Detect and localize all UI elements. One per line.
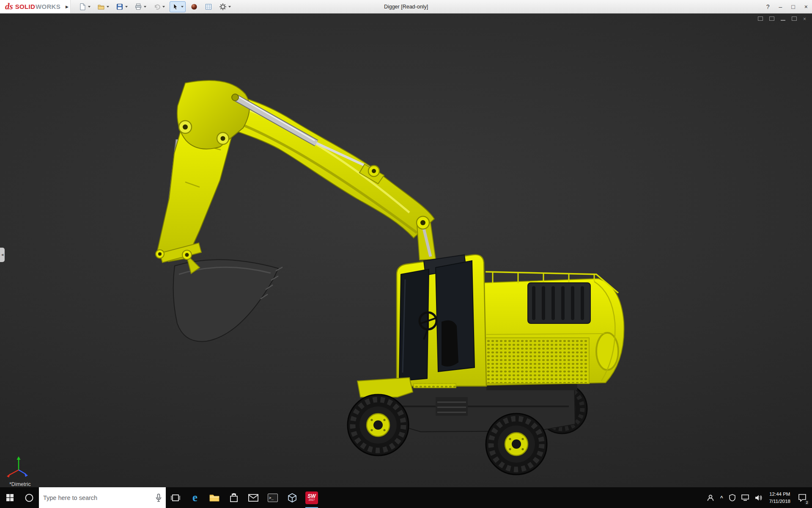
speaker-icon <box>755 494 763 501</box>
sheet-grid-icon <box>205 3 212 11</box>
dropdown-caret[interactable] <box>144 6 146 8</box>
new-document-button[interactable] <box>77 1 93 12</box>
gear-icon <box>219 3 227 11</box>
store-button[interactable] <box>224 487 244 508</box>
start-button[interactable] <box>0 487 19 508</box>
people-icon <box>707 494 714 502</box>
cortana-button[interactable] <box>19 487 39 508</box>
new-window-icon[interactable] <box>758 17 763 22</box>
microphone-icon[interactable] <box>156 494 162 502</box>
main-toolbar <box>77 1 233 12</box>
cube-icon <box>288 493 297 502</box>
task-view-button[interactable] <box>166 487 185 508</box>
undo-button[interactable] <box>151 1 167 12</box>
windows-logo-icon <box>6 494 14 501</box>
people-button[interactable] <box>704 487 717 508</box>
brand-solid: SOLID <box>15 3 35 10</box>
ds-logo-icon: ds <box>5 2 13 11</box>
clock-time: 12:44 PM <box>769 491 790 497</box>
cascade-window-icon[interactable] <box>769 17 774 22</box>
close-button[interactable]: × <box>804 4 808 10</box>
open-button[interactable] <box>95 1 111 12</box>
action-center-button[interactable]: 2 <box>794 487 810 508</box>
open-folder-icon <box>97 3 105 11</box>
cortana-circle-icon <box>25 493 34 502</box>
edge-icon: e <box>192 492 198 503</box>
window-controls: ? – □ × <box>766 0 808 14</box>
dropdown-caret[interactable] <box>125 6 128 8</box>
notification-badge: 2 <box>804 500 809 505</box>
select-cursor-icon <box>172 3 179 11</box>
taskbar-clock[interactable]: 12:44 PM 7/11/2018 <box>765 491 794 504</box>
system-tray: ^ 12:44 PM 7/11/2018 2 <box>704 487 812 508</box>
minimize-button[interactable]: – <box>779 4 782 10</box>
volume-button[interactable] <box>752 487 765 508</box>
document-window-controls: × <box>758 17 806 22</box>
chevron-up-icon: ^ <box>720 495 723 501</box>
bucket <box>173 260 283 341</box>
close-doc-icon[interactable]: × <box>803 17 806 22</box>
network-button[interactable] <box>738 487 752 508</box>
select-tool-button[interactable] <box>170 1 186 12</box>
taskbar-search-input[interactable] <box>43 494 152 501</box>
save-button[interactable] <box>114 1 130 12</box>
side-panel-collapse-handle[interactable]: ◀ <box>0 248 5 262</box>
undo-icon <box>153 3 161 11</box>
dropdown-caret[interactable] <box>162 6 165 8</box>
print-button[interactable] <box>132 1 148 12</box>
dropdown-caret[interactable] <box>228 6 231 8</box>
shield-icon <box>729 494 735 501</box>
menu-expand-arrow[interactable]: ▶ <box>64 0 71 13</box>
sheet-button[interactable] <box>203 1 214 12</box>
security-button[interactable] <box>726 487 738 508</box>
console-button[interactable]: >_ <box>263 487 283 508</box>
dropdown-caret[interactable] <box>107 6 109 8</box>
solidworks-app-icon: SW 2017 <box>305 491 318 504</box>
brand-works: WORKS <box>36 3 60 10</box>
cab <box>397 255 486 388</box>
new-document-icon <box>79 3 86 11</box>
3d-viewport[interactable]: × ◀ <box>0 14 812 487</box>
solidworks-logo: ds SOLID WORKS <box>0 0 64 13</box>
taskbar-search[interactable] <box>39 487 166 508</box>
maximize-button[interactable]: □ <box>791 4 795 10</box>
edge-button[interactable]: e <box>185 487 205 508</box>
front-right-wheel <box>486 414 547 475</box>
app-menubar: ds SOLID WORKS ▶ <box>0 0 812 14</box>
save-floppy-icon <box>116 3 123 11</box>
solidworks-taskbar-button[interactable]: SW 2017 <box>302 487 321 508</box>
mail-button[interactable] <box>244 487 263 508</box>
console-icon: >_ <box>268 494 278 502</box>
folder-icon <box>209 494 219 502</box>
clock-date: 7/11/2018 <box>769 498 790 505</box>
print-icon <box>134 3 142 11</box>
3d-viewer-button[interactable] <box>283 487 302 508</box>
network-icon <box>741 494 749 501</box>
store-bag-icon <box>230 493 238 502</box>
sphere-icon <box>190 3 198 11</box>
engine-housing <box>469 272 624 385</box>
orientation-triad <box>7 456 28 478</box>
front-fender <box>357 378 413 397</box>
restore-doc-icon[interactable] <box>792 17 797 22</box>
orientation-label: *Dimetric <box>9 481 31 487</box>
options-button[interactable] <box>217 1 233 12</box>
tray-expand-button[interactable]: ^ <box>717 487 726 508</box>
help-button[interactable]: ? <box>766 4 770 10</box>
front-left-wheel <box>348 395 409 456</box>
task-view-icon <box>171 493 180 502</box>
minimize-doc-icon[interactable] <box>781 17 785 22</box>
excavator-3d-model[interactable] <box>0 14 812 487</box>
mass-properties-button[interactable] <box>188 1 200 12</box>
dropdown-caret[interactable] <box>88 6 91 8</box>
file-explorer-button[interactable] <box>205 487 224 508</box>
dropdown-caret[interactable] <box>181 6 184 8</box>
windows-taskbar: e >_ SW 2017 <box>0 487 812 508</box>
window-title: Digger [Read-only] <box>384 0 428 14</box>
mail-envelope-icon <box>248 494 258 502</box>
